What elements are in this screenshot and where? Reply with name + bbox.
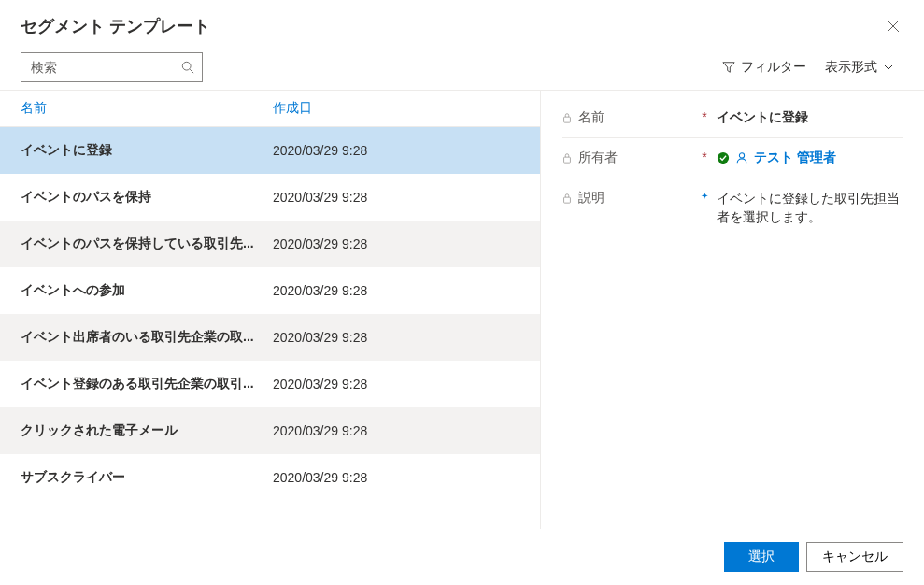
- detail-label: 所有者: [562, 150, 692, 166]
- row-created: 2020/03/29 9:28: [273, 423, 519, 438]
- table-row[interactable]: イベントのパスを保持2020/03/29 9:28: [0, 174, 540, 221]
- detail-value-description: イベントに登録した取引先担当者を選択します。: [717, 190, 903, 226]
- row-name: サブスクライバー: [21, 469, 273, 486]
- recommended-marker: ✦: [700, 190, 709, 203]
- toolbar: フィルター 表示形式: [0, 45, 924, 91]
- table-row[interactable]: イベントへの参加2020/03/29 9:28: [0, 267, 540, 314]
- table-row[interactable]: イベント出席者のいる取引先企業の取...2020/03/29 9:28: [0, 314, 540, 361]
- row-name: クリックされた電子メール: [21, 422, 273, 439]
- detail-label-text: 所有者: [578, 150, 618, 166]
- required-marker: *: [700, 109, 709, 124]
- chevron-down-icon: [883, 62, 894, 73]
- table-row[interactable]: イベントに登録2020/03/29 9:28: [0, 127, 540, 174]
- lock-icon: [562, 193, 573, 204]
- cancel-button[interactable]: キャンセル: [806, 542, 903, 572]
- detail-label-text: 説明: [578, 190, 604, 207]
- detail-label: 説明: [562, 190, 692, 207]
- lock-icon: [562, 112, 573, 123]
- owner-link[interactable]: テスト 管理者: [754, 150, 836, 166]
- filter-label: フィルター: [741, 59, 806, 76]
- detail-label-text: 名前: [578, 109, 604, 126]
- svg-point-4: [739, 153, 744, 158]
- list-header: 名前 作成日: [0, 91, 540, 127]
- required-marker: *: [700, 150, 709, 164]
- svg-rect-2: [564, 157, 571, 163]
- close-icon: [887, 20, 900, 33]
- dialog-body: 名前 作成日 イベントに登録2020/03/29 9:28イベントのパスを保持2…: [0, 91, 924, 529]
- person-icon: [735, 151, 748, 164]
- display-mode-label: 表示形式: [825, 59, 877, 76]
- detail-value-name: イベントに登録: [717, 109, 903, 126]
- svg-rect-1: [564, 117, 571, 122]
- row-name: イベントに登録: [21, 142, 273, 159]
- row-created: 2020/03/29 9:28: [273, 470, 519, 485]
- column-header-created[interactable]: 作成日: [273, 91, 519, 126]
- row-name: イベントのパスを保持: [21, 189, 273, 206]
- detail-value-owner[interactable]: テスト 管理者: [717, 150, 903, 166]
- list-rows: イベントに登録2020/03/29 9:28イベントのパスを保持2020/03/…: [0, 127, 540, 529]
- dialog-footer: 選択 キャンセル: [0, 529, 924, 585]
- dialog-header: セグメント テンプレート: [0, 0, 924, 45]
- lock-icon: [562, 152, 573, 164]
- row-created: 2020/03/29 9:28: [273, 330, 519, 345]
- filter-button[interactable]: フィルター: [713, 55, 816, 79]
- row-name: イベント登録のある取引先企業の取引...: [21, 376, 273, 392]
- segment-template-dialog: セグメント テンプレート フィルター 表示形式: [0, 0, 924, 585]
- search-input[interactable]: [29, 59, 181, 76]
- search-icon: [181, 61, 194, 74]
- table-row[interactable]: クリックされた電子メール2020/03/29 9:28: [0, 407, 540, 454]
- check-circle-icon: [717, 151, 730, 164]
- close-button[interactable]: [883, 16, 903, 36]
- select-button[interactable]: 選択: [724, 542, 799, 572]
- row-created: 2020/03/29 9:28: [273, 377, 519, 392]
- row-created: 2020/03/29 9:28: [273, 190, 519, 205]
- svg-point-0: [182, 62, 191, 70]
- dialog-title: セグメント テンプレート: [21, 15, 210, 37]
- svg-rect-5: [564, 197, 571, 203]
- column-header-name[interactable]: 名前: [21, 91, 273, 126]
- display-mode-button[interactable]: 表示形式: [816, 55, 903, 79]
- row-name: イベント出席者のいる取引先企業の取...: [21, 329, 273, 346]
- table-row[interactable]: サブスクライバー2020/03/29 9:28: [0, 454, 540, 501]
- row-created: 2020/03/29 9:28: [273, 236, 519, 251]
- table-row[interactable]: イベントのパスを保持している取引先...2020/03/29 9:28: [0, 221, 540, 267]
- detail-label: 名前: [562, 109, 692, 126]
- search-box[interactable]: [21, 52, 203, 82]
- row-created: 2020/03/29 9:28: [273, 283, 519, 298]
- filter-icon: [722, 61, 735, 74]
- template-list: 名前 作成日 イベントに登録2020/03/29 9:28イベントのパスを保持2…: [0, 91, 541, 529]
- detail-pane: 名前 * イベントに登録 所有者 *: [541, 91, 924, 529]
- row-created: 2020/03/29 9:28: [273, 143, 519, 158]
- detail-field-owner: 所有者 * テスト 管理者: [562, 138, 903, 178]
- row-name: イベントへの参加: [21, 282, 273, 299]
- detail-field-name: 名前 * イベントに登録: [562, 98, 903, 138]
- table-row[interactable]: イベント登録のある取引先企業の取引...2020/03/29 9:28: [0, 361, 540, 407]
- detail-field-description: 説明 ✦ イベントに登録した取引先担当者を選択します。: [562, 178, 903, 237]
- row-name: イベントのパスを保持している取引先...: [21, 235, 273, 252]
- svg-point-3: [718, 152, 729, 164]
